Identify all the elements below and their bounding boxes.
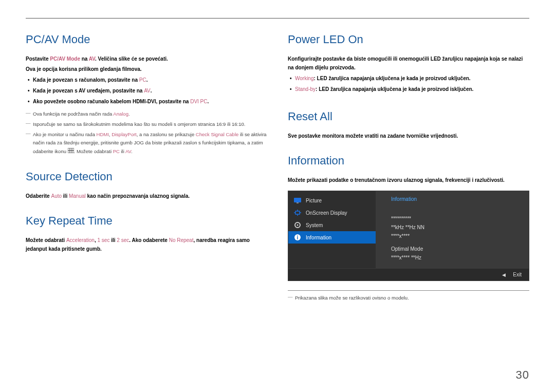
t: . bbox=[131, 148, 133, 154]
osd-panel-title: Information bbox=[391, 196, 513, 202]
osd-line: ********** bbox=[391, 214, 513, 223]
t: Odaberite bbox=[26, 193, 51, 199]
t: Working bbox=[295, 76, 314, 81]
osd-item-label: Picture bbox=[306, 198, 322, 203]
t: DVI PC bbox=[190, 99, 207, 104]
t: Kada je povezan s AV uređajem, postavite… bbox=[33, 88, 144, 94]
t: DisplayPort bbox=[112, 132, 137, 137]
t: ili bbox=[109, 237, 117, 243]
reset-all-body: Sve postavke monitora možete vratiti na … bbox=[288, 132, 529, 140]
t: . bbox=[146, 77, 148, 83]
left-column: PC/AV Mode Postavite PC/AV Mode na AV. V… bbox=[26, 33, 267, 304]
osd-line: Optimal Mode bbox=[391, 245, 513, 253]
t: Ako povežete osobno računalo kabelom HDM… bbox=[33, 99, 190, 104]
heading-reset-all: Reset All bbox=[288, 110, 529, 123]
pcav-bullets: Kada je povezan s računalom, postavite n… bbox=[26, 76, 267, 106]
list-item: Prikazana slika može se razlikovati ovis… bbox=[288, 294, 529, 302]
heading-key-repeat: Key Repeat Time bbox=[26, 214, 267, 228]
key-repeat-body: Možete odabrati Acceleration, 1 sec ili … bbox=[26, 236, 267, 253]
osd-item-picture[interactable]: Picture bbox=[288, 194, 376, 207]
footnote-rule bbox=[288, 290, 529, 291]
t: . Možete odabrati bbox=[74, 148, 113, 154]
t: Check Signal Cable bbox=[196, 132, 238, 137]
svg-rect-5 bbox=[297, 202, 299, 203]
pcav-note: Ova je opcija korisna prilikom gledanja … bbox=[26, 65, 267, 73]
svg-point-8 bbox=[297, 225, 299, 226]
list-item: Working: LED žaruljica napajanja uključe… bbox=[288, 74, 529, 83]
t: Ako je monitor u načinu rada bbox=[33, 132, 97, 137]
heading-power-led: Power LED On bbox=[288, 33, 529, 46]
list-item: Ako je monitor u načinu rada HDMI, Displ… bbox=[26, 130, 267, 156]
t: kao način prepoznavanja ulaznog signala. bbox=[86, 193, 190, 199]
t: . bbox=[208, 99, 209, 104]
t: AV bbox=[89, 56, 95, 62]
osd-line: ****x**** **Hz bbox=[391, 253, 513, 262]
osd-item-label: OnScreen Display bbox=[306, 210, 347, 216]
t: : LED žaruljica napajanja uključena je k… bbox=[316, 86, 473, 92]
osd-footer: ◀ Exit bbox=[288, 268, 529, 281]
heading-information: Information bbox=[288, 154, 529, 167]
t: ili bbox=[120, 148, 125, 154]
list-item: Isporučuje se samo sa širokokutnim model… bbox=[26, 120, 267, 128]
left-arrow-icon[interactable]: ◀ bbox=[502, 272, 506, 277]
t: . Ako odaberete bbox=[129, 237, 169, 243]
t: . Veličina slike će se povećati. bbox=[95, 56, 168, 62]
right-column: Power LED On Konfigurirajte postavke da … bbox=[288, 33, 529, 304]
list-item: Stand-by: LED žaruljica napajanja uključ… bbox=[288, 85, 529, 94]
pcav-footnotes: Ova funkcija ne podržava način rada Anal… bbox=[26, 110, 267, 156]
svg-text:i: i bbox=[297, 235, 299, 240]
osd-item-label: Information bbox=[306, 235, 331, 240]
osd-item-onscreen[interactable]: OnScreen Display bbox=[288, 207, 376, 219]
gear-icon bbox=[293, 222, 302, 228]
t: Acceleration bbox=[66, 237, 95, 243]
monitor-icon bbox=[293, 197, 302, 203]
page-number: 30 bbox=[516, 368, 529, 382]
t: Manual bbox=[69, 193, 86, 199]
t: Kada je povezan s računalom, postavite n… bbox=[33, 77, 139, 83]
osd-menu: Picture OnScreen Display System i Inform… bbox=[288, 191, 376, 268]
osd-panel: Information ********** **kHz **Hz NN ***… bbox=[376, 191, 529, 268]
t: AV bbox=[144, 88, 151, 94]
t: . bbox=[128, 111, 130, 117]
t: 1 sec bbox=[98, 237, 110, 243]
t: No Repeat bbox=[169, 237, 194, 243]
osd-screenshot: Picture OnScreen Display System i Inform… bbox=[288, 191, 529, 281]
info-icon: i bbox=[293, 234, 302, 240]
list-item: Ova funkcija ne podržava način rada Anal… bbox=[26, 110, 267, 118]
osd-item-information[interactable]: i Information bbox=[288, 231, 376, 244]
t: , a na zaslonu se prikazuje bbox=[137, 132, 196, 137]
t: 2 sec bbox=[117, 237, 129, 243]
heading-pcav: PC/AV Mode bbox=[26, 33, 267, 46]
t: . bbox=[151, 88, 152, 94]
onscreen-icon bbox=[293, 210, 302, 216]
t: Stand-by bbox=[295, 86, 316, 92]
svg-rect-6 bbox=[295, 211, 300, 214]
power-led-bullets: Working: LED žaruljica napajanja uključe… bbox=[288, 74, 529, 94]
t: Auto bbox=[51, 193, 62, 199]
t: Ova funkcija ne podržava način rada bbox=[33, 111, 113, 117]
t: AV bbox=[125, 148, 131, 154]
list-item: Kada je povezan s AV uređajem, postavite… bbox=[26, 86, 267, 95]
pcav-intro: Postavite PC/AV Mode na AV. Veličina sli… bbox=[26, 54, 267, 63]
svg-rect-4 bbox=[294, 198, 301, 202]
osd-line: **kHz **Hz NN bbox=[391, 223, 513, 232]
t: HDMI bbox=[97, 132, 109, 137]
t: PC/AV Mode bbox=[50, 56, 80, 62]
osd-item-system[interactable]: System bbox=[288, 219, 376, 231]
list-item: Kada je povezan s računalom, postavite n… bbox=[26, 76, 267, 84]
t: ili bbox=[62, 193, 69, 199]
t: Postavite bbox=[26, 56, 50, 62]
t: Analog bbox=[113, 111, 128, 117]
heading-source-detection: Source Detection bbox=[26, 170, 267, 183]
t: : LED žaruljica napajanja uključena je k… bbox=[314, 76, 471, 81]
page-columns: PC/AV Mode Postavite PC/AV Mode na AV. V… bbox=[26, 33, 529, 304]
source-detection-body: Odaberite Auto ili Manual kao način prep… bbox=[26, 192, 267, 200]
osd-body: Picture OnScreen Display System i Inform… bbox=[288, 191, 529, 268]
osd-exit-label[interactable]: Exit bbox=[513, 272, 522, 277]
list-item: Ako povežete osobno računalo kabelom HDM… bbox=[26, 97, 267, 106]
t: PC bbox=[113, 148, 120, 154]
power-led-body: Konfigurirajte postavke da biste omogući… bbox=[288, 54, 529, 72]
t: Možete odabrati bbox=[26, 237, 66, 243]
information-footnotes: Prikazana slika može se razlikovati ovis… bbox=[288, 294, 529, 302]
information-body: Možete prikazati podatke o trenutačnom i… bbox=[288, 176, 529, 184]
